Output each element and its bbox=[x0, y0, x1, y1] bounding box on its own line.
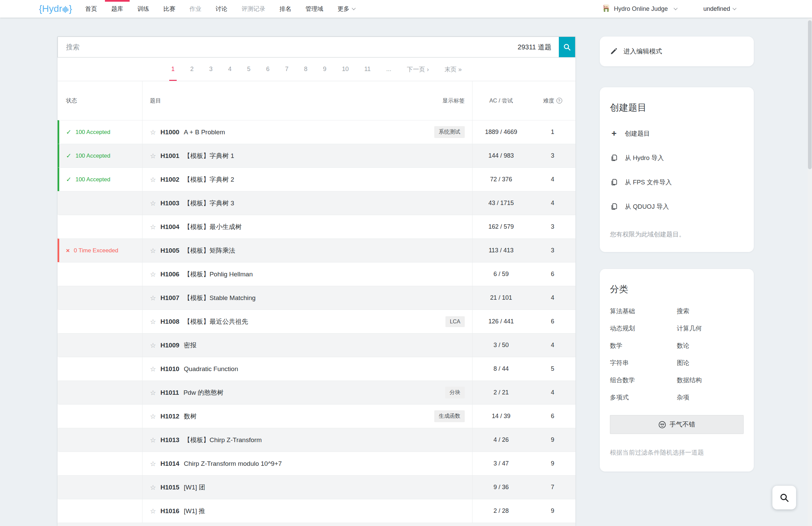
nav-item[interactable]: 排名 bbox=[273, 0, 299, 18]
category-link[interactable]: 搜索 bbox=[677, 307, 744, 315]
nav-item[interactable]: 比赛 bbox=[156, 0, 183, 18]
page-link[interactable]: 3 bbox=[207, 58, 215, 81]
problem-title-link[interactable]: 【模板】Pohlig Hellman bbox=[184, 270, 253, 279]
header-tags[interactable]: 显示标签 bbox=[443, 97, 465, 105]
problem-title-link[interactable]: [W1] 团 bbox=[184, 483, 205, 492]
difficulty-help-icon[interactable]: ? bbox=[556, 98, 562, 104]
table-row[interactable]: ☆ H1014 Chirp Z-Transform modulo 10^9+7 … bbox=[58, 452, 576, 475]
nav-item[interactable]: 更多 bbox=[330, 0, 362, 18]
table-row[interactable]: ☆ H1016 [W1] 推 2 / 28 9 bbox=[58, 499, 576, 523]
nav-item[interactable]: 管理域 bbox=[299, 0, 331, 18]
problem-title-link[interactable]: 密报 bbox=[184, 341, 197, 350]
star-icon[interactable]: ☆ bbox=[150, 460, 156, 468]
category-link[interactable]: 动态规划 bbox=[610, 324, 677, 332]
problem-title-link[interactable]: 【模板】字典树 2 bbox=[184, 175, 234, 184]
search-button[interactable] bbox=[559, 37, 575, 57]
problem-title-link[interactable]: 【模板】最近公共祖先 bbox=[184, 317, 248, 326]
problem-tag[interactable]: LCA bbox=[446, 316, 465, 327]
table-row[interactable]: ☆ H1011 Pdw 的憨憨树 分块 2 / 21 4 bbox=[58, 380, 576, 404]
problem-title-link[interactable]: Chirp Z-Transform modulo 10^9+7 bbox=[184, 460, 282, 467]
star-icon[interactable]: ☆ bbox=[150, 341, 156, 349]
page-link[interactable]: 10 bbox=[340, 58, 351, 81]
table-row[interactable]: ☆ H1010 Quadratic Function 8 / 44 5 bbox=[58, 357, 576, 380]
problem-title-link[interactable]: 【模板】字典树 3 bbox=[184, 199, 234, 208]
table-row[interactable]: ☆ H1004 【模板】最小生成树 162 / 579 3 bbox=[58, 215, 576, 239]
star-icon[interactable]: ☆ bbox=[150, 318, 156, 326]
search-input[interactable] bbox=[58, 37, 575, 57]
problem-tag[interactable]: 分块 bbox=[445, 387, 465, 399]
star-icon[interactable]: ☆ bbox=[150, 128, 156, 136]
table-row[interactable]: ☆ H1007 【模板】Stable Matching 21 / 101 4 bbox=[58, 286, 576, 310]
nav-item[interactable]: 评测记录 bbox=[235, 0, 273, 18]
star-icon[interactable]: ☆ bbox=[150, 176, 156, 184]
category-link[interactable]: 算法基础 bbox=[610, 307, 677, 315]
star-icon[interactable]: ☆ bbox=[150, 389, 156, 397]
nav-item[interactable]: 作业 bbox=[183, 0, 208, 18]
table-row[interactable]: ☆ H1015 [W1] 团 9 / 36 7 bbox=[58, 475, 576, 499]
problem-title-link[interactable]: [W1] 推 bbox=[184, 507, 205, 515]
problem-title-link[interactable]: Quadratic Function bbox=[184, 365, 238, 373]
star-icon[interactable]: ☆ bbox=[150, 365, 156, 373]
table-row[interactable]: ✓ 100 Accepted ☆ H1001 【模板】字典树 1 144 / 9… bbox=[58, 144, 576, 167]
nav-item[interactable]: 首页 bbox=[78, 0, 104, 18]
page-link[interactable]: 末页 » bbox=[443, 58, 464, 81]
problem-title-link[interactable]: A + B Problem bbox=[184, 129, 225, 136]
page-link[interactable]: 4 bbox=[226, 58, 234, 81]
enter-edit-mode-button[interactable]: 进入编辑模式 bbox=[600, 36, 754, 66]
table-row[interactable]: × 0 Time Exceeded ☆ H1005 【模板】矩阵乘法 113 /… bbox=[58, 239, 576, 262]
problem-title-link[interactable]: 【模板】Chirp Z-Transform bbox=[184, 436, 262, 445]
star-icon[interactable]: ☆ bbox=[150, 507, 156, 515]
page-link[interactable]: ... bbox=[384, 58, 393, 81]
table-row[interactable]: ✓ 100 Accepted ☆ H1000 A + B Problem 系统测… bbox=[58, 120, 576, 144]
table-row[interactable]: ☆ H1008 【模板】最近公共祖先 LCA 126 / 441 6 bbox=[58, 310, 576, 333]
star-icon[interactable]: ☆ bbox=[150, 246, 156, 255]
category-link[interactable]: 多项式 bbox=[610, 393, 677, 402]
problem-title-link[interactable]: 【模板】Stable Matching bbox=[184, 294, 256, 302]
problem-title-link[interactable]: 【模板】矩阵乘法 bbox=[184, 246, 235, 255]
category-link[interactable]: 组合数学 bbox=[610, 376, 677, 384]
star-icon[interactable]: ☆ bbox=[150, 436, 156, 444]
star-icon[interactable]: ☆ bbox=[150, 270, 156, 279]
problem-title-link[interactable]: 【模板】字典树 1 bbox=[184, 152, 234, 160]
scrollbar-thumb[interactable] bbox=[808, 20, 812, 169]
user-dropdown[interactable]: undefined bbox=[704, 5, 736, 13]
page-link[interactable]: 1 bbox=[169, 58, 177, 81]
table-row[interactable]: ✓ 100 Accepted ☆ H1002 【模板】字典树 2 72 / 37… bbox=[58, 167, 576, 191]
table-row[interactable]: ☆ H1012 数树 生成函数 14 / 39 6 bbox=[58, 404, 576, 428]
category-link[interactable]: 数学 bbox=[610, 341, 677, 350]
page-scrollbar[interactable] bbox=[808, 18, 812, 526]
problem-title-link[interactable]: Pdw 的憨憨树 bbox=[184, 388, 223, 397]
star-icon[interactable]: ☆ bbox=[150, 483, 156, 492]
problem-tag[interactable]: 生成函数 bbox=[434, 410, 465, 422]
star-icon[interactable]: ☆ bbox=[150, 199, 156, 207]
domain-selector[interactable]: Hydro Online Judge bbox=[602, 4, 677, 13]
page-link[interactable]: 5 bbox=[245, 58, 252, 81]
category-link[interactable]: 图论 bbox=[677, 359, 744, 367]
problem-title-link[interactable]: 数树 bbox=[184, 412, 197, 421]
page-link[interactable]: 6 bbox=[264, 58, 272, 81]
nav-item[interactable]: 题库 bbox=[104, 0, 130, 18]
category-link[interactable]: 计算几何 bbox=[677, 324, 744, 332]
problem-title-link[interactable]: 【模板】最小生成树 bbox=[184, 223, 242, 231]
page-link[interactable]: 7 bbox=[283, 58, 290, 81]
nav-item[interactable]: 训练 bbox=[130, 0, 156, 18]
table-row[interactable]: ☆ H1003 【模板】字典树 3 43 / 1715 4 bbox=[58, 191, 576, 215]
create-menu-item[interactable]: + 创建题目 bbox=[610, 121, 744, 146]
table-row[interactable]: ☆ H1009 密报 3 / 50 4 bbox=[58, 333, 576, 357]
star-icon[interactable]: ☆ bbox=[150, 294, 156, 302]
page-link[interactable]: 11 bbox=[362, 58, 373, 81]
hydro-logo[interactable]: {Hydr } bbox=[39, 0, 72, 18]
nav-item[interactable]: 讨论 bbox=[208, 0, 235, 18]
category-link[interactable]: 字符串 bbox=[610, 359, 677, 367]
category-link[interactable]: 数论 bbox=[677, 341, 744, 350]
category-link[interactable]: 数据结构 bbox=[677, 376, 744, 384]
table-row[interactable]: ☆ H1013 【模板】Chirp Z-Transform 4 / 26 9 bbox=[58, 428, 576, 452]
create-menu-item[interactable]: 从 QDUOJ 导入 bbox=[610, 194, 744, 219]
category-link[interactable]: 杂项 bbox=[677, 393, 744, 402]
table-row[interactable]: ☆ H1006 【模板】Pohlig Hellman 6 / 59 6 bbox=[58, 262, 576, 286]
problem-tag[interactable]: 系统测试 bbox=[434, 126, 465, 138]
star-icon[interactable]: ☆ bbox=[150, 412, 156, 420]
create-menu-item[interactable]: 从 Hydro 导入 bbox=[610, 146, 744, 170]
star-icon[interactable]: ☆ bbox=[150, 152, 156, 160]
page-link[interactable]: 8 bbox=[302, 58, 309, 81]
